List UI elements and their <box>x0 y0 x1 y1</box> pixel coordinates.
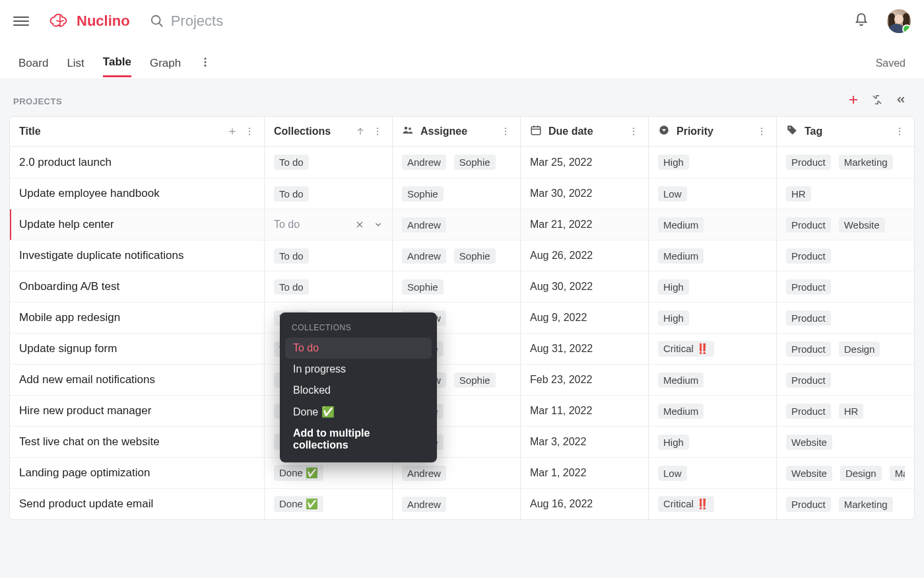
priority-chip[interactable]: High <box>658 435 689 450</box>
more-vertical-icon[interactable] <box>500 126 511 137</box>
cell-assignee[interactable]: Andrew <box>393 209 521 240</box>
cell-tags[interactable]: Product <box>777 271 914 302</box>
cell-due[interactable]: Mar 3, 2022 <box>521 427 649 457</box>
arrow-up-icon[interactable] <box>355 126 366 137</box>
tag-chip[interactable]: Product <box>786 310 831 326</box>
tag-chip[interactable]: Product <box>786 497 831 512</box>
cell-assignee[interactable]: Andrew <box>393 489 521 519</box>
cell-collections[interactable]: To do <box>265 240 393 271</box>
view-tab-table[interactable]: Table <box>103 49 131 77</box>
tag-chip[interactable]: Product <box>786 342 831 357</box>
cell-assignee[interactable]: AndrewSophie <box>393 147 521 178</box>
tag-chip[interactable]: Design <box>839 342 880 357</box>
table-row[interactable]: Add new email notificationsIn progressAn… <box>10 364 914 395</box>
assignee-chip[interactable]: Andrew <box>402 497 446 512</box>
column-priority[interactable]: Priority <box>649 117 777 146</box>
cell-collections[interactable]: To do <box>265 209 393 240</box>
dropdown-add-multiple[interactable]: Add to multiple collections <box>285 423 432 456</box>
cell-title[interactable]: Landing page optimization <box>10 458 265 488</box>
cell-priority[interactable]: Medium <box>649 240 777 271</box>
collection-chip[interactable]: Done ✅ <box>274 465 323 481</box>
priority-chip[interactable]: Low <box>658 186 687 201</box>
priority-chip[interactable]: Low <box>658 466 687 481</box>
tag-chip[interactable]: HR <box>839 404 864 419</box>
cell-due[interactable]: Mar 11, 2022 <box>521 396 649 426</box>
assignee-chip[interactable]: Sophie <box>454 373 496 388</box>
view-more-button[interactable] <box>199 56 211 71</box>
compact-view-button[interactable] <box>871 94 883 108</box>
priority-chip[interactable]: Critical ‼️ <box>658 341 714 357</box>
priority-chip[interactable]: Medium <box>658 248 704 264</box>
column-tag[interactable]: Tag <box>777 117 914 146</box>
plus-icon[interactable] <box>227 126 238 137</box>
cell-due[interactable]: Mar 21, 2022 <box>521 209 649 240</box>
cell-priority[interactable]: High <box>649 303 777 333</box>
tag-chip[interactable]: Product <box>786 279 831 295</box>
table-row[interactable]: Onboarding A/B testTo doSophieAug 30, 20… <box>10 271 914 302</box>
cell-title[interactable]: Hire new product manager <box>10 396 265 426</box>
cell-title[interactable]: Mobile app redesign <box>10 303 265 333</box>
cell-tags[interactable]: Product <box>777 365 914 395</box>
collection-editor[interactable]: To do <box>274 219 383 231</box>
more-vertical-icon[interactable] <box>894 126 905 137</box>
priority-chip[interactable]: High <box>658 155 689 170</box>
cell-tags[interactable]: WebsiteDesignMarketing <box>777 458 914 488</box>
cell-due[interactable]: Aug 31, 2022 <box>521 334 649 364</box>
tag-chip[interactable]: Marketing <box>839 155 893 170</box>
cell-priority[interactable]: Low <box>649 458 777 488</box>
cell-tags[interactable]: Product <box>777 303 914 333</box>
collections-dropdown[interactable]: COLLECTIONS To doIn progressBlockedDone … <box>280 312 437 462</box>
more-vertical-icon[interactable] <box>372 126 383 137</box>
tag-chip[interactable]: Product <box>786 217 831 233</box>
dropdown-item[interactable]: In progress <box>285 359 432 380</box>
cell-priority[interactable]: Critical ‼️ <box>649 334 777 364</box>
dropdown-item[interactable]: Done ✅ <box>285 401 432 423</box>
cell-assignee[interactable]: AndrewSophie <box>393 240 521 271</box>
cell-priority[interactable]: Low <box>649 178 777 209</box>
cell-title[interactable]: Add new email notifications <box>10 365 265 395</box>
more-vertical-icon[interactable] <box>244 126 255 137</box>
cell-priority[interactable]: Critical ‼️ <box>649 489 777 519</box>
more-vertical-icon[interactable] <box>628 126 639 137</box>
cell-title[interactable]: Send product update email <box>10 489 265 519</box>
cell-priority[interactable]: High <box>649 147 777 178</box>
cell-title[interactable]: Update signup form <box>10 334 265 364</box>
tag-chip[interactable]: HR <box>786 186 811 201</box>
tag-chip[interactable]: Product <box>786 248 831 264</box>
more-vertical-icon[interactable] <box>756 126 767 137</box>
table-row[interactable]: Mobile app redesignTo doAndrewAug 9, 202… <box>10 302 914 333</box>
collapse-sidebar-button[interactable] <box>895 94 907 108</box>
cell-tags[interactable]: HR <box>777 178 914 209</box>
column-collections[interactable]: Collections <box>265 117 393 146</box>
cell-tags[interactable]: ProductMarketing <box>777 489 914 519</box>
cell-assignee[interactable]: Sophie <box>393 271 521 302</box>
cell-tags[interactable]: Product <box>777 240 914 271</box>
column-title[interactable]: Title <box>10 117 265 146</box>
search[interactable]: Projects <box>150 13 223 30</box>
cell-due[interactable]: Mar 1, 2022 <box>521 458 649 488</box>
cell-priority[interactable]: Medium <box>649 396 777 426</box>
collection-chip[interactable]: To do <box>274 248 309 264</box>
assignee-chip[interactable]: Andrew <box>402 217 446 233</box>
dropdown-item[interactable]: Blocked <box>285 380 432 401</box>
tag-chip[interactable]: Product <box>786 404 831 419</box>
assignee-chip[interactable]: Sophie <box>402 186 444 201</box>
cell-due[interactable]: Mar 30, 2022 <box>521 178 649 209</box>
table-row[interactable]: Hire new product managerBlockedSophieMar… <box>10 395 914 426</box>
cell-priority[interactable]: High <box>649 271 777 302</box>
collection-chip[interactable]: To do <box>274 279 309 295</box>
priority-chip[interactable]: Medium <box>658 217 704 233</box>
tag-chip[interactable]: Design <box>840 466 882 481</box>
priority-chip[interactable]: Medium <box>658 404 704 419</box>
priority-chip[interactable]: High <box>658 310 689 326</box>
cell-due[interactable]: Mar 25, 2022 <box>521 147 649 178</box>
assignee-chip[interactable]: Sophie <box>454 248 496 264</box>
cell-assignee[interactable]: Sophie <box>393 178 521 209</box>
cell-priority[interactable]: Medium <box>649 365 777 395</box>
cell-title[interactable]: Onboarding A/B test <box>10 271 265 302</box>
cell-title[interactable]: Investigate duplicate notifications <box>10 240 265 271</box>
close-icon[interactable] <box>355 220 364 229</box>
tag-chip[interactable]: Marketing <box>890 466 905 481</box>
view-tab-graph[interactable]: Graph <box>150 50 181 77</box>
notifications-button[interactable] <box>854 13 869 30</box>
